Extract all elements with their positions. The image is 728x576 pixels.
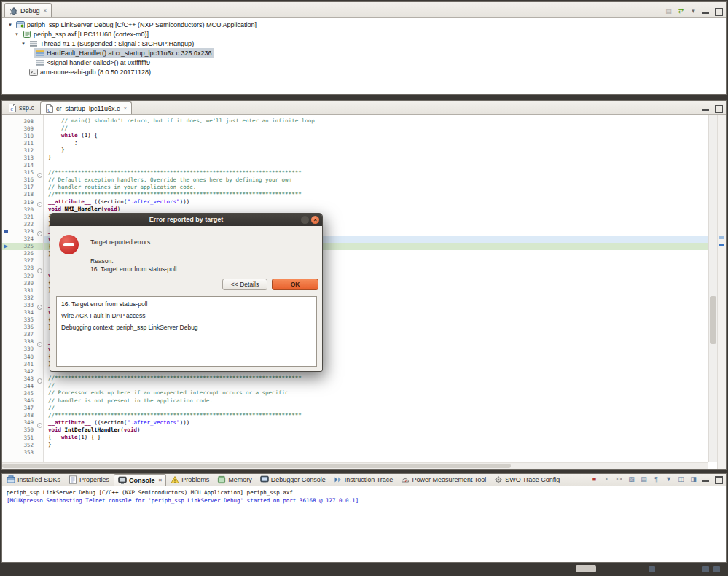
status-icon[interactable]: [649, 566, 655, 572]
remove-launch-icon[interactable]: ×: [601, 474, 612, 484]
tab-problems[interactable]: Problems: [167, 474, 213, 486]
tab-instruction-trace[interactable]: Instruction Trace: [330, 474, 397, 486]
tree-item-thread[interactable]: ▾Thread #1 1 (Suspended : Signal : SIGHU…: [2, 39, 726, 48]
editor-tab-ssp-c[interactable]: cssp.c: [4, 101, 39, 114]
scroll-lock-icon[interactable]: ▤: [638, 474, 649, 484]
code-line[interactable]: // handler is not present in the applica…: [44, 397, 708, 405]
expand-arrow-icon[interactable]: ▾: [20, 41, 27, 47]
code-line[interactable]: }: [44, 441, 708, 448]
tree-item-gdb[interactable]: arm-none-eabi-gdb (8.0.50.20171128): [2, 67, 726, 77]
view-menu-icon[interactable]: ▾: [688, 6, 699, 16]
fold-toggle-icon[interactable]: -: [37, 202, 42, 207]
editor-tab-cr-startup[interactable]: ccr_startup_lpc11u6x.c×: [40, 101, 132, 114]
fold-toggle-icon[interactable]: -: [37, 268, 42, 273]
terminate-icon[interactable]: ■: [589, 474, 600, 484]
error-icon: [59, 235, 79, 254]
code-line[interactable]: //: [44, 405, 708, 412]
collapse-all-icon[interactable]: ▤: [663, 6, 674, 16]
line-number: 335: [11, 316, 36, 323]
maximize-icon[interactable]: [713, 104, 724, 113]
code-line[interactable]: //: [44, 382, 708, 389]
scrollbar-thumb[interactable]: [710, 296, 716, 345]
tab-installed-sdks[interactable]: Installed SDKs: [3, 474, 64, 486]
ok-button[interactable]: OK: [272, 279, 318, 290]
code-line[interactable]: // main() shouldn't return, but if it do…: [44, 117, 708, 125]
code-line[interactable]: [44, 448, 708, 456]
tree-item-frame-hardfault[interactable]: HardFault_Handler() at cr_startup_lpc11u…: [2, 48, 726, 58]
console-output[interactable]: periph_ssp LinkServer Debug [C/C++ (NXP …: [2, 486, 726, 562]
code-line[interactable]: __attribute__ ((section(".after_vectors"…: [44, 419, 708, 427]
open-console-icon[interactable]: ◨: [688, 474, 699, 484]
close-icon[interactable]: ×: [44, 7, 47, 14]
close-icon[interactable]: ×: [159, 477, 163, 483]
code-line[interactable]: //**************************************…: [44, 412, 708, 419]
tree-item-launch[interactable]: ▾periph_ssp LinkServer Debug [C/C++ (NXP…: [2, 20, 726, 29]
minimize-icon[interactable]: [700, 475, 711, 484]
code-line[interactable]: while (1) {: [44, 132, 708, 139]
code-line[interactable]: //**************************************…: [44, 375, 708, 382]
scrollbar-thumb[interactable]: [2, 464, 511, 468]
code-line[interactable]: // Default exception handlers. Override …: [44, 176, 708, 184]
tab-debugger-console[interactable]: Debugger Console: [257, 474, 329, 486]
maximize-icon[interactable]: [713, 7, 724, 16]
minimize-icon[interactable]: [700, 7, 711, 16]
dialog-close-icon[interactable]: ×: [311, 216, 319, 224]
line-number: 321: [11, 214, 36, 220]
code-line[interactable]: // Processor ends up here if an unexpect…: [44, 389, 708, 397]
code-line[interactable]: void NMI_Handler(void): [44, 206, 708, 213]
code-line[interactable]: }: [44, 147, 708, 154]
details-button[interactable]: << Details: [222, 279, 267, 290]
ruler-selection-marker[interactable]: [719, 236, 724, 239]
code-line[interactable]: { while(1) { }: [44, 434, 708, 441]
maximize-icon[interactable]: [713, 475, 724, 484]
display-selected-console-icon[interactable]: ◫: [676, 474, 686, 484]
gutter-line: 338-: [2, 338, 43, 346]
tab-swo-trace-config[interactable]: SWO Trace Config: [490, 474, 563, 486]
expand-arrow-icon[interactable]: ▾: [13, 31, 20, 37]
remove-all-launches-icon[interactable]: ××: [614, 474, 625, 484]
error-details-box[interactable]: 16: Target error from status-pollWire AC…: [56, 296, 317, 367]
tree-item-frame-signal-handler[interactable]: <signal handler called>() at 0xfffffff9: [2, 58, 726, 67]
tab-debug[interactable]: Debug ×: [4, 3, 52, 17]
fold-toggle-icon[interactable]: -: [37, 378, 42, 384]
status-icon[interactable]: [702, 566, 709, 572]
tab-power-measurement-tool[interactable]: Power Measurement Tool: [397, 474, 490, 486]
fold-toggle-icon[interactable]: -: [37, 423, 42, 428]
expand-arrow-icon[interactable]: ▾: [7, 22, 14, 28]
code-line[interactable]: //: [44, 125, 708, 132]
status-icon[interactable]: [713, 566, 720, 572]
code-line[interactable]: }: [44, 154, 708, 161]
code-line[interactable]: [44, 162, 708, 169]
gutter-line: 336: [2, 324, 43, 331]
fold-toggle-icon[interactable]: -: [37, 173, 42, 178]
restart-icon[interactable]: ⇄: [676, 6, 686, 16]
code-line[interactable]: //**************************************…: [44, 169, 708, 176]
code-line[interactable]: // handler routines in your application …: [44, 184, 708, 191]
error-dialog-titlebar[interactable]: Error reported by target ×: [50, 214, 322, 226]
ruler-current-line-marker[interactable]: [719, 244, 724, 246]
editor-horizontal-scrollbar[interactable]: [2, 462, 708, 469]
tree-item-program[interactable]: ▾periph_ssp.axf [LPC11U68 (cortex-m0)]: [2, 29, 726, 39]
code-line[interactable]: __attribute__ ((section(".after_vectors"…: [44, 198, 708, 206]
dialog-minimize-icon[interactable]: [301, 216, 309, 224]
tree-item-label: <signal handler called>() at 0xfffffff9: [47, 59, 150, 66]
code-line[interactable]: ;: [44, 139, 708, 147]
minimize-icon[interactable]: [700, 104, 711, 113]
svg-text:c: c: [10, 106, 13, 112]
error-dialog-body: Target reported errors Reason: 16: Targe…: [50, 226, 322, 373]
overview-ruler[interactable]: [717, 115, 726, 469]
tab-console[interactable]: Console×: [114, 474, 166, 486]
fold-toggle-icon[interactable]: -: [37, 305, 42, 310]
word-wrap-icon[interactable]: ¶: [651, 474, 662, 484]
fold-toggle-icon[interactable]: -: [37, 231, 42, 236]
gutter-line: 317: [2, 184, 43, 191]
editor-vertical-scrollbar[interactable]: [708, 115, 717, 462]
pin-console-icon[interactable]: ▼: [663, 474, 674, 484]
fold-toggle-icon[interactable]: -: [37, 342, 42, 347]
tab-memory[interactable]: Memory: [214, 474, 256, 486]
code-line[interactable]: //**************************************…: [44, 191, 708, 198]
tab-properties[interactable]: Properties: [65, 474, 113, 486]
clear-console-icon[interactable]: ▧: [626, 474, 637, 484]
close-icon[interactable]: ×: [123, 105, 127, 112]
code-line[interactable]: void IntDefaultHandler(void): [44, 427, 708, 434]
